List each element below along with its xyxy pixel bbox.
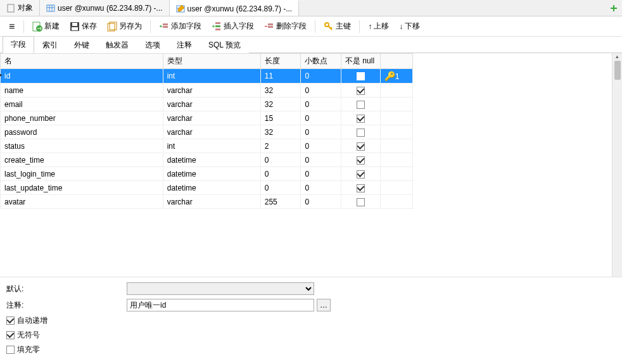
unsigned-row[interactable]: 无符号 xyxy=(6,330,616,341)
cell-name[interactable]: status xyxy=(1,139,163,153)
auto-increment-row[interactable]: 自动递增 xyxy=(6,315,616,326)
cell-notnull[interactable] xyxy=(341,111,381,125)
cell-decimals[interactable]: 0 xyxy=(301,84,341,97)
header-name[interactable]: 名 xyxy=(1,54,163,69)
cell-name[interactable]: last_login_time xyxy=(1,167,163,181)
header-type[interactable]: 类型 xyxy=(163,54,260,69)
cell-name[interactable]: create_time xyxy=(1,153,163,167)
cell-decimals[interactable]: 0 xyxy=(301,69,341,84)
cell-decimals[interactable]: 0 xyxy=(301,167,341,181)
cell-notnull[interactable] xyxy=(341,181,381,195)
notnull-checkbox[interactable] xyxy=(357,129,365,137)
cell-type[interactable]: varchar xyxy=(163,111,260,125)
cell-notnull[interactable] xyxy=(341,69,381,84)
subtab-0[interactable]: 字段 xyxy=(3,36,34,53)
cell-name[interactable]: name xyxy=(1,84,163,97)
cell-key[interactable] xyxy=(380,97,412,111)
scroll-up-icon[interactable]: ▴ xyxy=(612,53,622,60)
cell-key[interactable]: 🔑1 xyxy=(380,69,412,84)
zerofill-checkbox[interactable] xyxy=(6,346,15,354)
notnull-checkbox[interactable] xyxy=(357,72,365,80)
cell-name[interactable]: phone_number xyxy=(1,111,163,125)
field-grid[interactable]: 名 类型 长度 小数点 不是 null ▶idint110🔑1namevarch… xyxy=(0,53,413,209)
notnull-checkbox[interactable] xyxy=(357,101,365,109)
move-down-button[interactable]: ↓ 下移 xyxy=(395,19,424,34)
comment-ellipsis-button[interactable]: … xyxy=(317,299,331,311)
cell-notnull[interactable] xyxy=(341,97,381,111)
add-field-button[interactable]: 添加字段 xyxy=(155,19,206,34)
cell-length[interactable]: 255 xyxy=(260,195,301,209)
cell-decimals[interactable]: 0 xyxy=(301,181,341,195)
cell-decimals[interactable]: 0 xyxy=(301,125,341,139)
window-tab-0[interactable]: 对象 xyxy=(0,0,40,16)
subtab-5[interactable]: 注释 xyxy=(168,37,200,53)
cell-key[interactable] xyxy=(380,153,412,167)
cell-decimals[interactable]: 0 xyxy=(301,111,341,125)
subtab-2[interactable]: 外键 xyxy=(66,37,98,53)
cell-name[interactable]: ▶id xyxy=(1,69,163,84)
field-row[interactable]: ▶idint110🔑1 xyxy=(1,69,413,84)
notnull-checkbox[interactable] xyxy=(357,184,365,192)
cell-length[interactable]: 2 xyxy=(260,139,301,153)
subtab-3[interactable]: 触发器 xyxy=(98,37,137,53)
cell-length[interactable]: 32 xyxy=(260,84,301,97)
cell-decimals[interactable]: 0 xyxy=(301,153,341,167)
field-row[interactable]: emailvarchar320 xyxy=(1,97,413,111)
cell-type[interactable]: datetime xyxy=(163,153,260,167)
cell-notnull[interactable] xyxy=(341,153,381,167)
cell-name[interactable]: last_update_time xyxy=(1,181,163,195)
auto-increment-checkbox[interactable] xyxy=(6,317,15,325)
save-button[interactable]: 保存 xyxy=(65,19,101,34)
subtab-1[interactable]: 索引 xyxy=(34,37,66,53)
notnull-checkbox[interactable] xyxy=(357,87,365,95)
default-select[interactable] xyxy=(127,282,314,295)
vertical-scrollbar[interactable]: ▴ xyxy=(612,53,622,277)
cell-length[interactable]: 0 xyxy=(260,153,301,167)
cell-key[interactable] xyxy=(380,111,412,125)
notnull-checkbox[interactable] xyxy=(357,156,365,165)
cell-notnull[interactable] xyxy=(341,139,381,153)
cell-key[interactable] xyxy=(380,84,412,97)
header-notnull[interactable]: 不是 null xyxy=(341,54,381,69)
notnull-checkbox[interactable] xyxy=(357,142,365,151)
field-row[interactable]: phone_numbervarchar150 xyxy=(1,111,413,125)
cell-key[interactable] xyxy=(380,125,412,139)
cell-name[interactable]: email xyxy=(1,97,163,111)
cell-key[interactable] xyxy=(380,181,412,195)
cell-type[interactable]: datetime xyxy=(163,167,260,181)
cell-decimals[interactable]: 0 xyxy=(301,195,341,209)
field-row[interactable]: last_login_timedatetime00 xyxy=(1,167,413,181)
cell-length[interactable]: 0 xyxy=(260,167,301,181)
header-length[interactable]: 长度 xyxy=(260,54,301,69)
cell-notnull[interactable] xyxy=(341,125,381,139)
subtab-6[interactable]: SQL 预览 xyxy=(200,37,249,53)
cell-length[interactable]: 32 xyxy=(260,125,301,139)
cell-type[interactable]: int xyxy=(163,69,260,84)
cell-key[interactable] xyxy=(380,167,412,181)
saveas-button[interactable]: 另存为 xyxy=(103,19,146,34)
field-row[interactable]: last_update_timedatetime00 xyxy=(1,181,413,195)
field-row[interactable]: namevarchar320 xyxy=(1,84,413,97)
cell-key[interactable] xyxy=(380,195,412,209)
window-tab-1[interactable]: user @xunwu (62.234.89.7) -... xyxy=(40,0,170,16)
cell-name[interactable]: password xyxy=(1,125,163,139)
cell-decimals[interactable]: 0 xyxy=(301,139,341,153)
cell-name[interactable]: avatar xyxy=(1,195,163,209)
primary-key-button[interactable]: 主键 xyxy=(319,19,355,34)
cell-decimals[interactable]: 0 xyxy=(301,97,341,111)
cell-type[interactable]: varchar xyxy=(163,84,260,97)
menu-button[interactable]: ≡ xyxy=(4,21,20,32)
insert-field-button[interactable]: 插入字段 xyxy=(207,19,258,34)
header-key[interactable] xyxy=(380,54,412,69)
cell-length[interactable]: 15 xyxy=(260,111,301,125)
cell-type[interactable]: int xyxy=(163,139,260,153)
window-tab-2[interactable]: user @xunwu (62.234.89.7) -... xyxy=(170,0,300,16)
notnull-checkbox[interactable] xyxy=(357,115,365,123)
field-row[interactable]: create_timedatetime00 xyxy=(1,153,413,167)
notnull-checkbox[interactable] xyxy=(357,170,365,179)
unsigned-checkbox[interactable] xyxy=(6,331,15,339)
zerofill-row[interactable]: 填充零 xyxy=(6,344,616,355)
new-button[interactable]: 新建 xyxy=(28,19,64,34)
cell-type[interactable]: varchar xyxy=(163,195,260,209)
header-decimals[interactable]: 小数点 xyxy=(301,54,341,69)
